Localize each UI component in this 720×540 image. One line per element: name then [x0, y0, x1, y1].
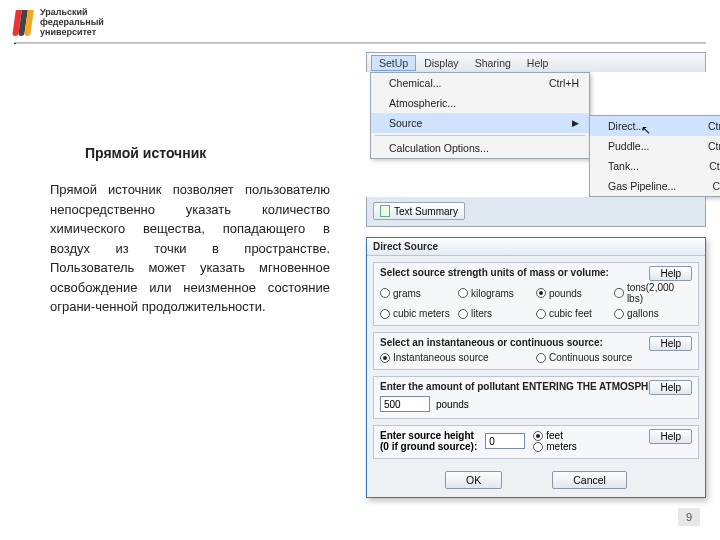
text-summary-button[interactable]: Text Summary — [373, 202, 465, 220]
menu-item-atmospheric[interactable]: Atmospheric... — [371, 93, 589, 113]
radio-kilograms[interactable]: kilograms — [458, 282, 536, 304]
menu-item-chemical[interactable]: Chemical...Ctrl+H — [371, 73, 589, 93]
group-amount-label: Enter the amount of pollutant ENTERING T… — [380, 381, 692, 392]
group-amount: Enter the amount of pollutant ENTERING T… — [373, 376, 699, 419]
toolbar-area: Text Summary — [366, 197, 706, 227]
app-menubar[interactable]: SetUp Display Sharing Help — [366, 52, 706, 72]
height-label-1: Enter source height — [380, 430, 477, 441]
header-rule — [14, 42, 706, 44]
cancel-button[interactable]: Cancel — [552, 471, 627, 489]
menu-sharing[interactable]: Sharing — [467, 55, 519, 71]
submenu-gas-pipeline[interactable]: Gas Pipeline...Ctrl+I — [590, 176, 720, 196]
help-button-2[interactable]: Help — [649, 336, 692, 351]
menu-help[interactable]: Help — [519, 55, 557, 71]
help-button-1[interactable]: Help — [649, 266, 692, 281]
height-input[interactable] — [485, 433, 525, 449]
submenu-arrow-icon: ▶ — [572, 118, 579, 128]
radio-feet[interactable]: feet — [533, 430, 577, 441]
radio-meters[interactable]: meters — [533, 441, 577, 452]
menu-item-source[interactable]: Source▶ — [371, 113, 589, 133]
radio-pounds[interactable]: pounds — [536, 282, 614, 304]
page-number: 9 — [678, 508, 700, 526]
height-label-2: (0 if ground source): — [380, 441, 477, 452]
submenu-puddle[interactable]: Puddle...Ctrl+U — [590, 136, 720, 156]
radio-cubic-feet[interactable]: cubic feet — [536, 308, 614, 319]
menu-setup[interactable]: SetUp — [371, 55, 416, 71]
source-submenu: Direct...Ctrl+D Puddle...Ctrl+U Tank...C… — [589, 115, 720, 197]
radio-gallons[interactable]: gallons — [614, 308, 692, 319]
amount-input[interactable] — [380, 396, 430, 412]
amount-unit: pounds — [436, 399, 469, 410]
direct-source-dialog: Direct Source Select source strength uni… — [366, 237, 706, 498]
radio-grams[interactable]: grams — [380, 282, 458, 304]
radio-continuous[interactable]: Continuous source — [536, 352, 692, 363]
group-height: Enter source height (0 if ground source)… — [373, 425, 699, 459]
cursor-icon: ↖ — [641, 123, 651, 137]
institution-logo: Уральский федеральный университет — [14, 8, 104, 38]
ok-button[interactable]: OK — [445, 471, 502, 489]
radio-liters[interactable]: liters — [458, 308, 536, 319]
group-source-type: Select an instantaneous or continuous so… — [373, 332, 699, 370]
slide-body-text: Прямой источник позволяет пользователю н… — [50, 180, 330, 317]
menu-item-calc-options[interactable]: Calculation Options... — [371, 138, 589, 158]
dialog-title: Direct Source — [367, 238, 705, 256]
menu-display[interactable]: Display — [416, 55, 466, 71]
help-button-3[interactable]: Help — [649, 380, 692, 395]
help-button-4[interactable]: Help — [649, 429, 692, 444]
group-units-label: Select source strength units of mass or … — [380, 267, 692, 278]
setup-menu-dropdown: Chemical...Ctrl+H Atmospheric... Source▶… — [370, 72, 590, 159]
slide-title: Прямой источник — [85, 145, 206, 161]
radio-cubic-meters[interactable]: cubic meters — [380, 308, 458, 319]
logo-text: Уральский федеральный университет — [40, 8, 104, 38]
radio-instantaneous[interactable]: Instantaneous source — [380, 352, 536, 363]
radio-tons[interactable]: tons(2,000 lbs) — [614, 282, 692, 304]
submenu-tank[interactable]: Tank...Ctrl+T — [590, 156, 720, 176]
group-source-type-label: Select an instantaneous or continuous so… — [380, 337, 692, 348]
submenu-direct[interactable]: Direct...Ctrl+D — [590, 116, 720, 136]
document-icon — [380, 205, 390, 217]
logo-mark-icon — [14, 10, 34, 36]
group-units: Select source strength units of mass or … — [373, 262, 699, 326]
menu-separator — [375, 135, 585, 136]
